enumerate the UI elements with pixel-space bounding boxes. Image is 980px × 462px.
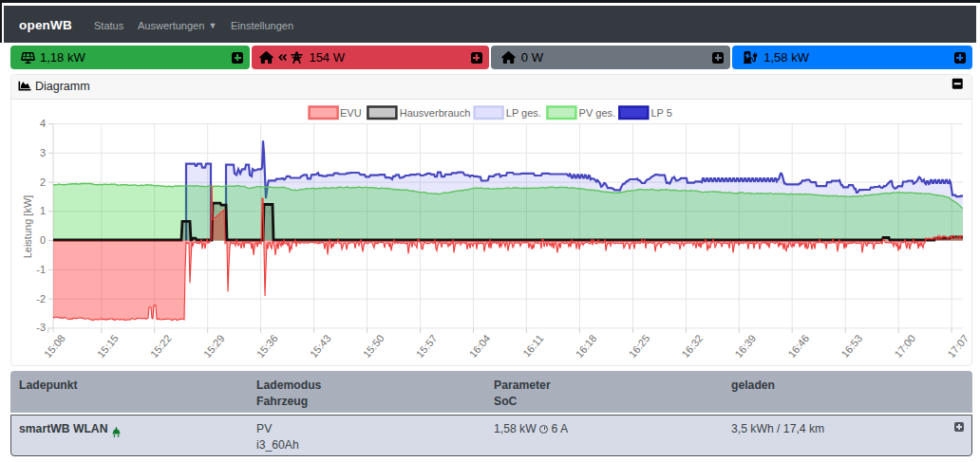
svg-text:15:22: 15:22 bbox=[148, 332, 174, 360]
svg-text:16:32: 16:32 bbox=[679, 332, 705, 360]
svg-text:16:18: 16:18 bbox=[574, 332, 599, 360]
svg-text:0: 0 bbox=[40, 234, 46, 246]
svg-text:16:46: 16:46 bbox=[785, 332, 811, 360]
svg-text:-3: -3 bbox=[36, 322, 46, 333]
svg-text:-1: -1 bbox=[36, 264, 46, 275]
svg-text:LP ges.: LP ges. bbox=[506, 107, 541, 119]
svg-text:16:25: 16:25 bbox=[627, 332, 652, 360]
svg-text:LP 5: LP 5 bbox=[651, 107, 672, 119]
svg-text:15:15: 15:15 bbox=[95, 332, 121, 360]
svg-text:4: 4 bbox=[40, 118, 46, 129]
svg-text:2: 2 bbox=[40, 176, 46, 188]
svg-text:16:04: 16:04 bbox=[467, 332, 493, 360]
svg-text:15:08: 15:08 bbox=[42, 332, 67, 360]
svg-text:16:11: 16:11 bbox=[520, 332, 545, 359]
svg-text:17:07: 17:07 bbox=[945, 332, 971, 360]
svg-text:16:53: 16:53 bbox=[839, 332, 864, 360]
svg-text:15:43: 15:43 bbox=[308, 332, 333, 360]
svg-text:16:39: 16:39 bbox=[732, 332, 758, 360]
svg-text:17:00: 17:00 bbox=[892, 332, 917, 360]
svg-text:EVU: EVU bbox=[340, 107, 362, 119]
svg-text:Hausverbrauch: Hausverbrauch bbox=[400, 107, 471, 119]
svg-text:15:36: 15:36 bbox=[254, 332, 280, 360]
svg-text:15:57: 15:57 bbox=[414, 332, 440, 360]
svg-text:15:29: 15:29 bbox=[201, 332, 227, 360]
svg-text:15:50: 15:50 bbox=[361, 332, 386, 360]
svg-text:-2: -2 bbox=[36, 293, 46, 305]
svg-text:PV ges.: PV ges. bbox=[579, 107, 616, 119]
svg-text:3: 3 bbox=[40, 147, 46, 158]
svg-text:Leistung [kW]: Leistung [kW] bbox=[22, 195, 33, 259]
svg-text:1: 1 bbox=[40, 205, 46, 216]
